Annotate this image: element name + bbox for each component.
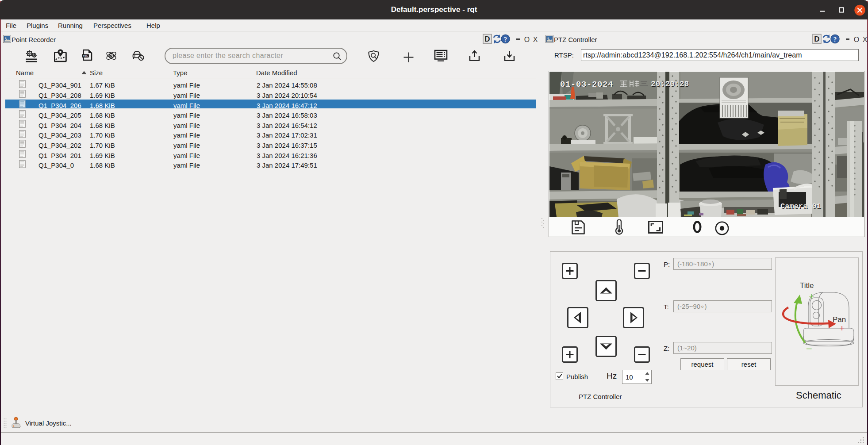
svg-text:Camera 01: Camera 01 [780,202,821,211]
svg-text:Title: Title [800,281,814,290]
svg-text:X: X [863,36,868,43]
svg-text:D: D [814,35,819,43]
svg-text:D: D [484,35,490,43]
svg-text:?: ? [833,36,837,43]
svg-text:01-03-2024: 01-03-2024 [560,80,613,89]
svg-text:+: + [839,323,845,333]
svg-text:O: O [854,36,859,43]
svg-text:+: + [809,291,814,301]
svg-text:20:20:28: 20:20:28 [651,80,689,88]
svg-text:?: ? [504,36,507,43]
svg-text:–: – [807,343,812,353]
svg-text:O: O [524,36,530,43]
svg-text:YML: YML [83,54,88,57]
svg-text:X: X [533,36,538,43]
